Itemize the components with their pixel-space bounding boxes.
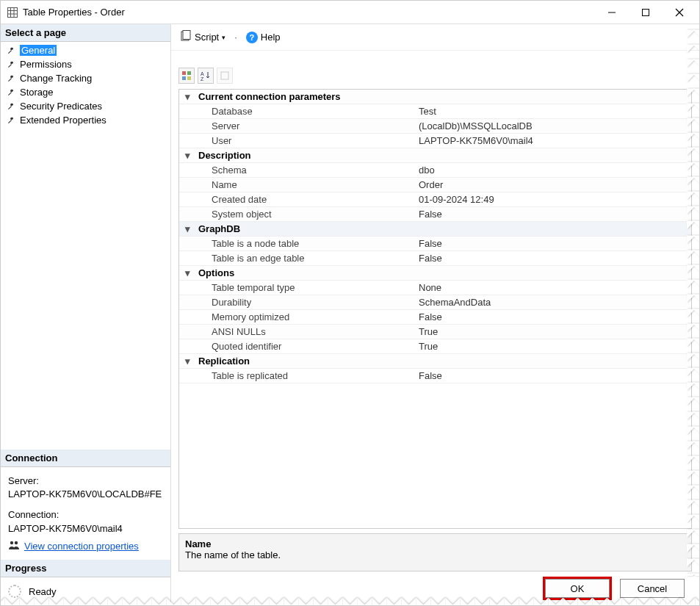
view-connection-properties-link[interactable]: View connection properties — [8, 540, 139, 554]
connection-value: LAPTOP-KK75M6V0\mail4 — [8, 522, 163, 535]
cancel-button[interactable]: Cancel — [620, 579, 685, 598]
svg-text:Z: Z — [201, 76, 204, 81]
ok-button[interactable]: OK — [545, 579, 610, 598]
server-label: Server: — [8, 475, 163, 488]
property-row[interactable]: NameOrder — [179, 178, 691, 192]
page-item-storage[interactable]: Storage — [1, 85, 170, 99]
property-name: Durability — [195, 296, 416, 309]
page-item-security-predicates[interactable]: Security Predicates — [1, 99, 170, 113]
category-name: GraphDB — [195, 223, 416, 235]
titlebar: Table Properties - Order — [1, 1, 699, 24]
property-value: False — [416, 208, 691, 220]
property-name: Server — [195, 120, 416, 132]
description-title: Name — [185, 538, 685, 549]
property-row[interactable]: Quoted identifierTrue — [179, 339, 691, 354]
select-page-header: Select a page — [1, 24, 170, 42]
property-row[interactable]: System objectFalse — [179, 207, 691, 222]
svg-rect-12 — [183, 31, 190, 40]
property-value: False — [416, 311, 691, 323]
property-name: Table is an edge table — [195, 252, 416, 264]
property-row[interactable]: UserLAPTOP-KK75M6V0\mail4 — [179, 134, 691, 148]
property-category[interactable]: ▾Options — [179, 266, 691, 281]
property-category[interactable]: ▾Current connection parameters — [179, 90, 691, 104]
category-name: Description — [195, 149, 416, 162]
collapse-icon[interactable]: ▾ — [179, 267, 195, 278]
property-value: 01-09-2024 12:49 — [416, 193, 691, 206]
property-row[interactable]: Table is a node tableFalse — [179, 237, 691, 251]
help-button[interactable]: ? Help — [243, 30, 284, 45]
property-name: Table is replicated — [195, 369, 416, 382]
svg-point-9 — [10, 541, 13, 544]
property-value: SchemaAndData — [416, 296, 691, 309]
property-row[interactable]: Table is replicatedFalse — [179, 369, 691, 383]
page-item-label: General — [20, 45, 57, 56]
categorized-view-button[interactable] — [178, 68, 195, 84]
wrench-icon — [7, 102, 15, 111]
wrench-icon — [7, 88, 15, 97]
svg-rect-14 — [187, 71, 191, 75]
property-row[interactable]: Created date01-09-2024 12:49 — [179, 192, 691, 207]
description-pane: Name The name of the table. — [178, 533, 692, 571]
toolbar: Script ▾ · ? Help — [171, 24, 699, 51]
wrench-icon — [7, 116, 15, 125]
property-name: Database — [195, 105, 416, 118]
property-row[interactable]: DatabaseTest — [179, 104, 691, 119]
property-name: Quoted identifier — [195, 340, 416, 353]
property-category[interactable]: ▾Replication — [179, 354, 691, 369]
progress-row: Ready — [1, 577, 170, 605]
property-row[interactable]: Table is an edge tableFalse — [179, 251, 691, 266]
connection-section: Server: LAPTOP-KK75M6V0\LOCALDB#FE Conne… — [1, 467, 170, 560]
main-panel: Script ▾ · ? Help AZ — [171, 24, 699, 605]
category-name: Replication — [195, 355, 416, 367]
collapse-icon[interactable]: ▾ — [179, 91, 195, 102]
property-name: System object — [195, 208, 416, 220]
close-button[interactable] — [663, 1, 696, 24]
property-value: False — [416, 237, 691, 250]
sidebar: Select a page GeneralPermissionsChange T… — [1, 24, 171, 605]
progress-status: Ready — [29, 586, 57, 597]
property-category[interactable]: ▾GraphDB — [179, 222, 691, 237]
property-name: User — [195, 134, 416, 147]
property-row[interactable]: Server(LocalDb)\MSSQLLocalDB — [179, 119, 691, 134]
property-row[interactable]: Memory optimizedFalse — [179, 310, 691, 325]
description-text: The name of the table. — [185, 549, 685, 560]
property-name: Schema — [195, 164, 416, 176]
view-connection-properties-label: View connection properties — [24, 540, 139, 553]
category-name: Options — [195, 267, 416, 279]
page-item-permissions[interactable]: Permissions — [1, 57, 170, 71]
server-value: LAPTOP-KK75M6V0\LOCALDB#FE — [8, 488, 163, 501]
people-icon — [8, 540, 20, 554]
collapse-icon[interactable]: ▾ — [179, 356, 195, 367]
property-row[interactable]: DurabilitySchemaAndData — [179, 295, 691, 310]
dialog-footer: OK Cancel — [171, 571, 699, 605]
property-row[interactable]: Schemadbo — [179, 163, 691, 178]
minimize-button[interactable] — [595, 1, 629, 24]
property-pages-button — [217, 68, 233, 84]
connection-header: Connection — [1, 450, 170, 467]
page-item-label: Security Predicates — [20, 101, 102, 112]
property-value: None — [416, 281, 691, 294]
property-row[interactable]: ANSI NULLsTrue — [179, 325, 691, 339]
property-category[interactable]: ▾Description — [179, 148, 691, 163]
property-row[interactable]: Table temporal typeNone — [179, 281, 691, 295]
script-button[interactable]: Script ▾ — [177, 29, 228, 46]
help-icon: ? — [246, 32, 258, 43]
svg-rect-6 — [643, 9, 649, 15]
page-item-change-tracking[interactable]: Change Tracking — [1, 71, 170, 85]
maximize-button[interactable] — [629, 1, 663, 24]
category-name: Current connection parameters — [195, 90, 416, 103]
property-value: (LocalDb)\MSSQLLocalDB — [416, 120, 691, 132]
property-name: Name — [195, 178, 416, 191]
help-label: Help — [261, 32, 281, 43]
page-item-general[interactable]: General — [1, 43, 170, 57]
page-item-label: Permissions — [20, 59, 72, 70]
page-item-extended-properties[interactable]: Extended Properties — [1, 113, 170, 127]
collapse-icon[interactable]: ▾ — [179, 150, 195, 161]
connection-label: Connection: — [8, 508, 163, 522]
property-grid[interactable]: ▾Current connection parametersDatabaseTe… — [178, 89, 692, 529]
alphabetical-view-button[interactable]: AZ — [198, 68, 214, 84]
collapse-icon[interactable]: ▾ — [179, 223, 195, 234]
page-list: GeneralPermissionsChange TrackingStorage… — [1, 42, 170, 129]
script-icon — [180, 30, 192, 44]
propertygrid-toolbar: AZ — [171, 65, 699, 86]
